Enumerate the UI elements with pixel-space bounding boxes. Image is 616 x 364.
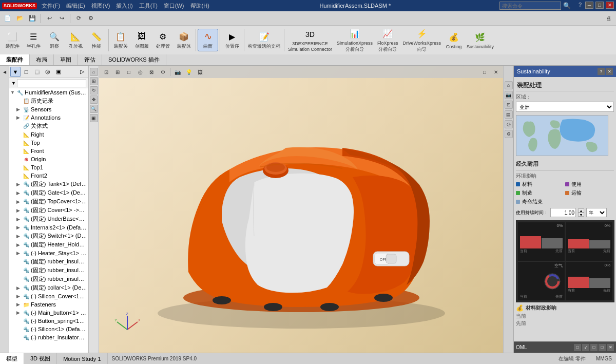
right-icon-1[interactable]: ⌂ <box>505 81 513 89</box>
list-item[interactable]: ▶ 🔩 (-) Silicon_Cover<1>... <box>9 292 88 300</box>
menu-edit[interactable]: 编辑(E) <box>65 2 87 10</box>
menu-view[interactable]: 视图(V) <box>90 2 112 10</box>
list-item[interactable]: ▶ 🔩 (固定) Tank<1> (Defa... <box>9 180 88 188</box>
3d-viewport[interactable]: ⊡ ⊞ □ ◎ ⊠ ⚙ 📷 💡 🖼 □ ✕ <box>99 66 503 353</box>
lighting-button[interactable]: 💡 <box>184 67 194 77</box>
menu-tools[interactable]: 工具(T) <box>138 2 159 10</box>
stepper-up-button[interactable]: ▲ <box>578 208 584 213</box>
bg-button[interactable]: 🖼 <box>195 67 205 77</box>
region-select[interactable]: 亚洲 北美 欧洲 南美 <box>516 102 614 112</box>
zoom-button[interactable]: 🔍 <box>90 105 98 113</box>
properties-tool[interactable]: 📐 孔位视 <box>65 29 86 51</box>
panel-help-button[interactable]: ? <box>598 68 605 75</box>
collapse-panel-button[interactable]: ▷ <box>77 67 87 77</box>
options-button[interactable]: ⚙ <box>85 13 97 24</box>
tree-view-button[interactable]: ▼ <box>10 67 21 77</box>
minimize-button[interactable]: ─ <box>585 2 593 9</box>
open-button[interactable]: 📂 <box>14 13 26 24</box>
print-button[interactable]: 🖨 <box>603 13 614 24</box>
list-item[interactable]: ▶ 🔩 (固定) collar<1> (Defa... <box>9 283 88 292</box>
panel2-icon-4[interactable]: □ <box>599 344 606 351</box>
list-item[interactable]: ⊕ Origin <box>9 155 88 163</box>
list-item[interactable]: 📐 Top <box>9 139 88 147</box>
curves-tool[interactable]: ∿ 曲面 <box>198 29 218 51</box>
panel-close-button[interactable]: ✕ <box>606 68 613 75</box>
panel2-icon-2[interactable]: ↙ <box>582 344 589 351</box>
list-item[interactable]: 🔩 (-) rubber_insulator<5... <box>9 333 88 341</box>
list-item[interactable]: 📐 Right <box>9 130 88 139</box>
list-item[interactable]: 📐 Top1 <box>9 163 88 171</box>
redo-button[interactable]: ↪ <box>56 13 67 24</box>
panel2-close-button[interactable]: ✕ <box>607 344 614 351</box>
mate-tool[interactable]: 📋 装配关 <box>110 29 131 51</box>
view-orient-button[interactable]: ⊞ <box>112 67 123 77</box>
display-style-button[interactable]: □ <box>124 67 134 77</box>
search-icon[interactable]: 🔍 <box>563 2 571 9</box>
menu-window[interactable]: 窗口(W) <box>162 2 186 10</box>
time-unit-select[interactable]: 年 月 日 <box>586 208 607 217</box>
display-button[interactable]: ⬚ <box>32 67 42 77</box>
align-tool[interactable]: ▶ 位置序 <box>222 29 242 51</box>
tab-plugins[interactable]: SOLIDWORKS 插件 <box>102 54 166 65</box>
list-item[interactable]: 🔗 关体式 <box>9 122 88 130</box>
save-button[interactable]: 💾 <box>27 13 38 24</box>
expand-panel-button[interactable]: ◀ <box>1 68 9 76</box>
list-item[interactable]: ▶ 🔩 (固定) Switch<1> (Def... <box>9 232 88 240</box>
viewport-close-button[interactable]: ✕ <box>491 67 501 77</box>
list-item[interactable]: 📋 历史记录 <box>9 97 88 105</box>
section-view-button[interactable]: ▣ <box>90 114 98 122</box>
flat-view-button[interactable]: □ <box>21 67 31 77</box>
custom-property-button[interactable]: ▣ <box>53 67 64 77</box>
view-tab-3d[interactable]: 3D 视图 <box>24 353 57 364</box>
costing-tool[interactable]: 💰 Costing <box>444 30 464 50</box>
list-item[interactable]: 🔩 (-) Button_spring<1>... <box>9 317 88 325</box>
list-item[interactable]: ▼ 🔧 HumidifierAssem (Sustai... <box>9 88 88 97</box>
cameras-button[interactable]: 📷 <box>172 67 183 77</box>
menu-help[interactable]: 帮助(H) <box>189 2 211 10</box>
rebuild-button[interactable]: ⟳ <box>73 13 84 24</box>
tab-assemble[interactable]: 装配件 <box>0 54 30 65</box>
list-item[interactable]: ▶ 🔩 (固定) Cover<1> ->x (... <box>9 206 88 215</box>
list-item[interactable]: 🔩 (固定) rubber_insulato... <box>9 275 88 283</box>
simxpress-tool[interactable]: 📊 SimulationXpress 分析向导 <box>335 27 375 54</box>
list-item[interactable]: ▶ 📝 Annotations <box>9 113 88 122</box>
stepper-down-button[interactable]: ▼ <box>578 213 584 217</box>
list-item[interactable]: 🔩 (固定) rubber_insulato... <box>9 257 88 266</box>
insights-tool[interactable]: 🔍 洞察 <box>44 29 65 51</box>
hide-show-button[interactable]: ◎ <box>135 67 145 77</box>
list-item[interactable]: ▶ 🔩 Internals2<1> (Default... <box>9 223 88 232</box>
list-item[interactable]: ▶ 📁 Fasteners <box>9 300 88 309</box>
panel2-icon-1[interactable]: □ <box>574 344 581 351</box>
rotate-button[interactable]: ↻ <box>90 86 98 94</box>
list-item[interactable]: ▶ 🔩 (固定) Gate<1> (Defau... <box>9 188 88 197</box>
right-icon-6[interactable]: ⚙ <box>505 130 513 138</box>
drawing-tool[interactable]: 🖼 创图版 <box>131 29 152 51</box>
view-settings-button[interactable]: ⚙ <box>158 67 168 77</box>
list-item[interactable]: 🔩 (-) Silicon<1> (Default... <box>9 325 88 333</box>
view-tab-motion[interactable]: Motion Study 1 <box>57 353 107 364</box>
list-item[interactable]: ▶ 🔩 (-) Heater_Stay<1> (D... <box>9 249 88 257</box>
section-cut-button[interactable]: ⊠ <box>146 67 157 77</box>
pan-button[interactable]: ✥ <box>90 95 98 104</box>
maximize-button[interactable]: □ <box>595 2 604 9</box>
tab-evaluate[interactable]: 评估 <box>78 54 102 65</box>
sustainability-tool[interactable]: 🌿 Sustainability <box>465 30 496 50</box>
viewport-maximize-button[interactable]: □ <box>479 67 490 77</box>
assemble-tool[interactable]: ⬜ 装配件 <box>2 29 23 51</box>
process-tool[interactable]: ⚙ 处理管 <box>152 29 173 51</box>
undo-button[interactable]: ↩ <box>44 13 55 24</box>
right-icon-3[interactable]: ⊡ <box>505 101 513 109</box>
zoom-fit-button[interactable]: ⊡ <box>101 67 111 77</box>
menu-file[interactable]: 文件(F) <box>40 2 62 10</box>
close-button[interactable]: ✕ <box>606 2 614 9</box>
check-active-tool[interactable]: 📝 检查激活的文档 <box>246 29 282 51</box>
list-item[interactable]: ▶ 📡 Sensors <box>9 105 88 113</box>
help-icon[interactable]: ? <box>577 2 583 10</box>
right-icon-2[interactable]: 📷 <box>505 91 513 99</box>
search-input[interactable] <box>499 2 561 10</box>
panel2-icon-3[interactable]: □ <box>590 344 598 351</box>
view-tab-model[interactable]: 模型 <box>0 353 24 364</box>
list-item[interactable]: 📐 Front <box>9 147 88 155</box>
right-icon-5[interactable]: ◎ <box>505 120 513 128</box>
performance-tool[interactable]: 📏 性能 <box>86 29 107 51</box>
